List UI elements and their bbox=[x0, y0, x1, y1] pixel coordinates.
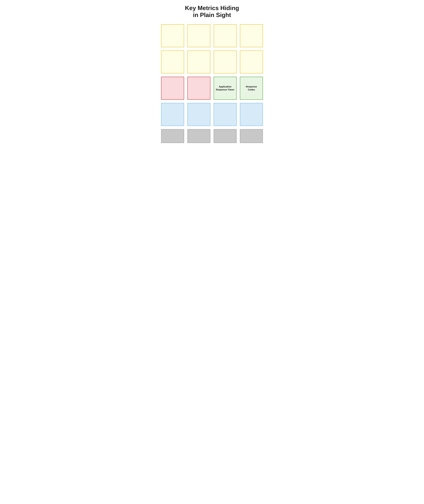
card-r1c1 bbox=[161, 24, 184, 47]
card-r2c1 bbox=[161, 50, 184, 73]
card-r1c2 bbox=[187, 24, 210, 47]
card-r4c1 bbox=[161, 103, 184, 126]
card-r1c4 bbox=[240, 24, 263, 47]
card-r3c1 bbox=[161, 77, 184, 100]
card-response-codes: Response Codes bbox=[240, 77, 263, 100]
card-application-response-times: Application Response Times bbox=[214, 77, 237, 100]
card-r2c2 bbox=[187, 50, 210, 73]
card-label-application-response-times: Application Response Times bbox=[216, 85, 234, 91]
card-r5c2 bbox=[187, 129, 210, 143]
card-r5c3 bbox=[214, 129, 237, 143]
card-r4c3 bbox=[214, 103, 237, 126]
card-r2c4 bbox=[240, 50, 263, 73]
metrics-grid: Application Response Times Response Code… bbox=[161, 24, 263, 143]
card-label-response-codes: Response Codes bbox=[242, 85, 261, 91]
card-r1c3 bbox=[214, 24, 237, 47]
card-r4c2 bbox=[187, 103, 210, 126]
page-title: Key Metrics Hiding in Plain Sight bbox=[161, 5, 263, 18]
card-r5c1 bbox=[161, 129, 184, 143]
card-r5c4 bbox=[240, 129, 263, 143]
card-r3c2 bbox=[187, 77, 210, 100]
card-r4c4 bbox=[240, 103, 263, 126]
card-r2c3 bbox=[214, 50, 237, 73]
